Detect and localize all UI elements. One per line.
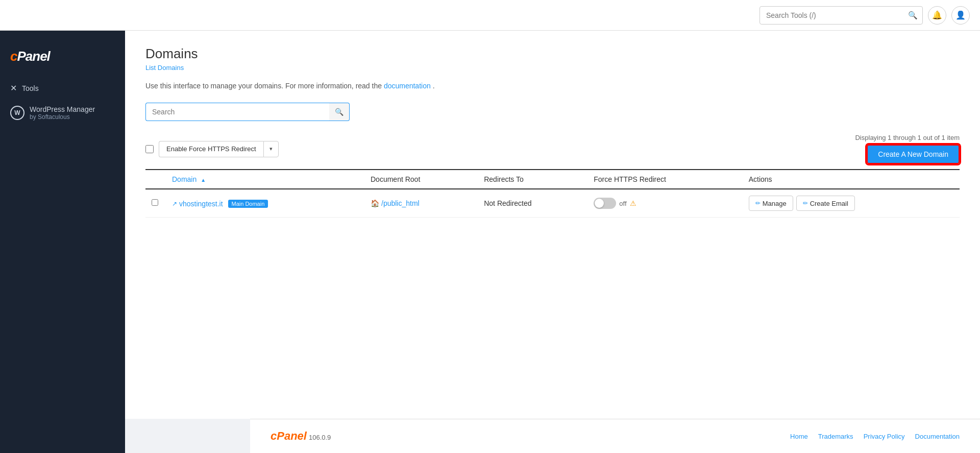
documentation-link[interactable]: documentation: [384, 82, 431, 90]
doc-root-link[interactable]: 🏠 /public_html: [371, 199, 420, 207]
checkbox-col-header: [145, 170, 166, 189]
action-buttons: ✏ Manage ✏ Create Email: [749, 196, 953, 211]
table-header-row: Domain ▲ Document Root Redirects To Forc…: [145, 170, 960, 189]
manage-button[interactable]: ✏ Manage: [749, 196, 793, 211]
footer-link-privacy[interactable]: Privacy Policy: [864, 433, 905, 440]
table-body: ↗ vhostingtest.it Main Domain 🏠 /public_…: [145, 189, 960, 218]
wordpress-text-wrapper: WordPress Manager by Softaculous: [30, 105, 95, 121]
toolbar-right: Displaying 1 through 1 out of 1 item Cre…: [855, 134, 960, 164]
search-tools-input[interactable]: [760, 6, 923, 25]
displaying-text: Displaying 1 through 1 out of 1 item: [855, 134, 960, 141]
toolbar-row: Enable Force HTTPS Redirect ▾ Displaying…: [145, 134, 960, 164]
create-email-icon: ✏: [803, 200, 808, 207]
row-checkbox-cell: [145, 189, 166, 218]
wordpress-label: WordPress Manager: [30, 105, 95, 113]
force-https-cell: off ⚠: [587, 189, 742, 218]
topbar: 🔍 🔔 👤: [0, 0, 980, 31]
force-https-col-header: Force HTTPS Redirect: [587, 170, 742, 189]
redirects-cell: Not Redirected: [478, 189, 587, 218]
manage-icon: ✏: [755, 200, 761, 207]
sidebar-logo: cPanel: [0, 41, 125, 77]
create-domain-button[interactable]: Create A New Domain: [867, 145, 960, 164]
cpanel-logo-text: cPanel: [10, 49, 50, 64]
description-pre-text: Use this interface to manage your domain…: [145, 82, 382, 90]
domain-search-bar: 🔍: [145, 103, 350, 121]
toggle-wrapper: off ⚠: [594, 198, 736, 209]
actions-cell: ✏ Manage ✏ Create Email: [743, 189, 960, 218]
footer-version: 106.0.9: [309, 434, 331, 441]
enable-https-button[interactable]: Enable Force HTTPS Redirect: [159, 141, 263, 157]
toggle-knob: [595, 199, 604, 208]
actions-col-header: Actions: [743, 170, 960, 189]
sidebar-item-tools-label: Tools: [22, 84, 39, 92]
footer-link-trademarks[interactable]: Trademarks: [818, 433, 853, 440]
external-link-icon: ↗: [172, 200, 177, 207]
content-main: Domains List Domains Use this interface …: [125, 31, 980, 419]
domain-col-header[interactable]: Domain ▲: [166, 170, 364, 189]
domain-search-input[interactable]: [145, 103, 329, 121]
select-all-checkbox[interactable]: [145, 145, 154, 153]
footer-link-home[interactable]: Home: [790, 433, 808, 440]
sidebar-item-tools[interactable]: ✕ Tools: [0, 77, 125, 99]
https-toggle[interactable]: [594, 198, 616, 209]
domain-link[interactable]: ↗ vhostingtest.it: [172, 200, 223, 208]
user-button[interactable]: 👤: [951, 6, 970, 25]
footer: cPanel 106.0.9 Home Trademarks Privacy P…: [250, 419, 980, 453]
notifications-button[interactable]: 🔔: [928, 6, 946, 25]
content-area: Domains List Domains Use this interface …: [125, 31, 980, 453]
footer-cpanel-logo-text: cPanel: [271, 430, 307, 443]
row-checkbox[interactable]: [152, 199, 158, 206]
search-tools-wrapper: 🔍: [760, 6, 923, 25]
wordpress-sublabel: by Softaculous: [30, 113, 95, 121]
chevron-down-icon: ▾: [270, 146, 273, 152]
toggle-off-label: off: [619, 200, 626, 207]
tools-icon: ✕: [10, 83, 17, 93]
toolbar-left: Enable Force HTTPS Redirect ▾: [145, 141, 279, 157]
breadcrumb[interactable]: List Domains: [145, 64, 960, 71]
user-icon: 👤: [955, 10, 966, 20]
footer-logo: cPanel 106.0.9: [271, 430, 331, 443]
home-icon: 🏠: [371, 199, 379, 207]
table-row: ↗ vhostingtest.it Main Domain 🏠 /public_…: [145, 189, 960, 218]
footer-link-docs[interactable]: Documentation: [915, 433, 960, 440]
warning-icon: ⚠: [630, 199, 636, 207]
sort-asc-icon: ▲: [201, 177, 206, 183]
doc-root-cell: 🏠 /public_html: [364, 189, 478, 218]
description-post-text: .: [433, 82, 435, 90]
domain-search-button[interactable]: 🔍: [329, 103, 350, 121]
wordpress-icon: W: [10, 106, 24, 120]
page-title: Domains: [145, 46, 960, 62]
sidebar-item-wordpress[interactable]: W WordPress Manager by Softaculous: [0, 99, 125, 127]
footer-links: Home Trademarks Privacy Policy Documenta…: [790, 433, 960, 440]
domain-cell: ↗ vhostingtest.it Main Domain: [166, 189, 364, 218]
table-header: Domain ▲ Document Root Redirects To Forc…: [145, 170, 960, 189]
redirects-col-header: Redirects To: [478, 170, 587, 189]
bell-icon: 🔔: [932, 10, 942, 20]
search-icon: 🔍: [908, 11, 918, 20]
search-icon: 🔍: [335, 108, 344, 116]
doc-root-col-header: Document Root: [364, 170, 478, 189]
main-domain-badge: Main Domain: [228, 200, 268, 208]
enable-https-dropdown-button[interactable]: ▾: [263, 141, 279, 157]
description: Use this interface to manage your domain…: [145, 82, 960, 90]
create-email-button[interactable]: ✏ Create Email: [796, 196, 855, 211]
domains-table: Domain ▲ Document Root Redirects To Forc…: [145, 169, 960, 218]
sidebar: cPanel ✕ Tools W WordPress Manager by So…: [0, 31, 125, 453]
